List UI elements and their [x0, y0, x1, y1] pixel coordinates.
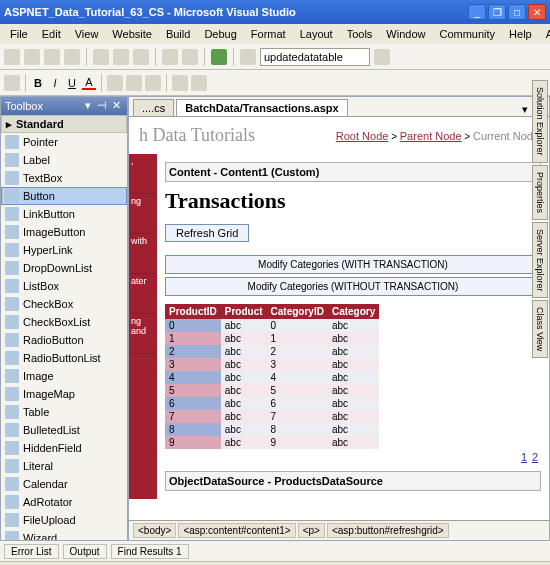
menu-format[interactable]: Format: [245, 26, 292, 42]
toolbox-item-checkbox[interactable]: CheckBox: [1, 295, 127, 313]
menu-file[interactable]: File: [4, 26, 34, 42]
table-row[interactable]: 1abc1abc: [165, 332, 379, 345]
open-icon[interactable]: [24, 49, 40, 65]
menu-website[interactable]: Website: [106, 26, 158, 42]
menu-build[interactable]: Build: [160, 26, 196, 42]
toolbox-item-calendar[interactable]: Calendar: [1, 475, 127, 493]
toolbox-item-wizard[interactable]: Wizard: [1, 529, 127, 540]
menu-debug[interactable]: Debug: [198, 26, 242, 42]
sidebar-item[interactable]: ng: [129, 194, 157, 234]
table-row[interactable]: 8abc8abc: [165, 423, 379, 436]
paste-icon[interactable]: [133, 49, 149, 65]
toolbox-item-radiobutton[interactable]: RadioButton: [1, 331, 127, 349]
tagpath-item[interactable]: <asp:content#content1>: [178, 523, 295, 538]
underline-icon[interactable]: U: [65, 77, 79, 89]
grid-header[interactable]: CategoryID: [267, 304, 328, 319]
table-row[interactable]: 4abc4abc: [165, 371, 379, 384]
breadcrumb-parent[interactable]: Parent Node: [400, 130, 462, 142]
find-icon[interactable]: [240, 49, 256, 65]
menu-community[interactable]: Community: [433, 26, 501, 42]
table-row[interactable]: 0abc0abc: [165, 319, 379, 332]
side-tab-solution-explorer[interactable]: Solution Explorer: [532, 80, 548, 163]
grid-header[interactable]: Category: [328, 304, 379, 319]
bottom-tab-output[interactable]: Output: [63, 544, 107, 559]
toolbox-item-imagemap[interactable]: ImageMap: [1, 385, 127, 403]
toolbox-pin-icon[interactable]: ⊣: [95, 99, 109, 113]
menu-help[interactable]: Help: [503, 26, 538, 42]
table-row[interactable]: 7abc7abc: [165, 410, 379, 423]
modify-with-transaction-button[interactable]: Modify Categories (WITH TRANSACTION): [165, 255, 541, 274]
pager-1[interactable]: 1: [521, 451, 527, 463]
table-row[interactable]: 2abc2abc: [165, 345, 379, 358]
bottom-tab-find-results-1[interactable]: Find Results 1: [111, 544, 189, 559]
side-tab-class-view[interactable]: Class View: [532, 300, 548, 358]
toolbox-item-image[interactable]: Image: [1, 367, 127, 385]
toolbox-item-button[interactable]: Button: [1, 187, 127, 205]
toolbox-item-imagebutton[interactable]: ImageButton: [1, 223, 127, 241]
tagpath-item[interactable]: <p>: [298, 523, 325, 538]
color-a-icon[interactable]: A: [82, 76, 96, 90]
refresh-grid-button[interactable]: Refresh Grid: [165, 224, 249, 242]
toolbox-item-bulletedlist[interactable]: BulletedList: [1, 421, 127, 439]
find-input[interactable]: [260, 48, 370, 66]
italic-icon[interactable]: I: [48, 77, 62, 89]
bottom-tab-error-list[interactable]: Error List: [4, 544, 59, 559]
toolbox-item-listbox[interactable]: ListBox: [1, 277, 127, 295]
copy-icon[interactable]: [113, 49, 129, 65]
table-row[interactable]: 6abc6abc: [165, 397, 379, 410]
cut-icon[interactable]: [93, 49, 109, 65]
toolbox-category[interactable]: ▸Standard: [1, 115, 127, 133]
menu-tools[interactable]: Tools: [341, 26, 379, 42]
toolbox-item-hiddenfield[interactable]: HiddenField: [1, 439, 127, 457]
toolbox-item-label[interactable]: Label: [1, 151, 127, 169]
new-icon[interactable]: [4, 49, 20, 65]
list-ol-icon[interactable]: [191, 75, 207, 91]
bold-icon[interactable]: B: [31, 77, 45, 89]
sidebar-item[interactable]: with: [129, 234, 157, 274]
tab-dropdown-icon[interactable]: ▾: [522, 103, 528, 116]
toolbox-item-adrotator[interactable]: AdRotator: [1, 493, 127, 511]
sidebar-item[interactable]: ater: [129, 274, 157, 314]
align-center-icon[interactable]: [126, 75, 142, 91]
toolbox-dropdown-icon[interactable]: ▾: [81, 99, 95, 113]
save-icon[interactable]: [44, 49, 60, 65]
gridview[interactable]: ProductIDProductCategoryIDCategory 0abc0…: [165, 304, 379, 449]
table-row[interactable]: 3abc3abc: [165, 358, 379, 371]
toolbox-item-table[interactable]: Table: [1, 403, 127, 421]
toolbox-item-checkboxlist[interactable]: CheckBoxList: [1, 313, 127, 331]
redo-icon[interactable]: [182, 49, 198, 65]
saveall-icon[interactable]: [64, 49, 80, 65]
toolbox-item-textbox[interactable]: TextBox: [1, 169, 127, 187]
grid-header[interactable]: Product: [221, 304, 267, 319]
toolbox-item-radiobuttonlist[interactable]: RadioButtonList: [1, 349, 127, 367]
modify-without-transaction-button[interactable]: Modify Categories (WITHOUT TRANSACTION): [165, 277, 541, 296]
table-row[interactable]: 9abc9abc: [165, 436, 379, 449]
undo-icon[interactable]: [162, 49, 178, 65]
tab-inactive[interactable]: ....cs: [133, 99, 174, 116]
table-row[interactable]: 5abc5abc: [165, 384, 379, 397]
menu-view[interactable]: View: [69, 26, 105, 42]
menu-addins[interactable]: AddIns: [540, 26, 550, 42]
maximize-button[interactable]: □: [508, 4, 526, 20]
menu-window[interactable]: Window: [380, 26, 431, 42]
minimize-button[interactable]: _: [468, 4, 486, 20]
run-icon[interactable]: [211, 49, 227, 65]
tagpath-item[interactable]: <body>: [133, 523, 176, 538]
side-tab-server-explorer[interactable]: Server Explorer: [532, 222, 548, 299]
align-right-icon[interactable]: [145, 75, 161, 91]
toolbox-close-icon[interactable]: ✕: [109, 99, 123, 113]
toolbox-item-linkbutton[interactable]: LinkButton: [1, 205, 127, 223]
menu-edit[interactable]: Edit: [36, 26, 67, 42]
toolbox-item-hyperlink[interactable]: HyperLink: [1, 241, 127, 259]
grid-header[interactable]: ProductID: [165, 304, 221, 319]
pager-2[interactable]: 2: [532, 451, 538, 463]
breadcrumb-root[interactable]: Root Node: [336, 130, 389, 142]
toolbox-item-fileupload[interactable]: FileUpload: [1, 511, 127, 529]
sidebar-item[interactable]: ,: [129, 154, 157, 194]
menu-layout[interactable]: Layout: [294, 26, 339, 42]
list-ul-icon[interactable]: [172, 75, 188, 91]
sidebar-item[interactable]: ng and: [129, 314, 157, 354]
tab-active[interactable]: BatchData/Transactions.aspx: [176, 99, 347, 116]
restore-button[interactable]: ❐: [488, 4, 506, 20]
dropdown-icon[interactable]: [374, 49, 390, 65]
